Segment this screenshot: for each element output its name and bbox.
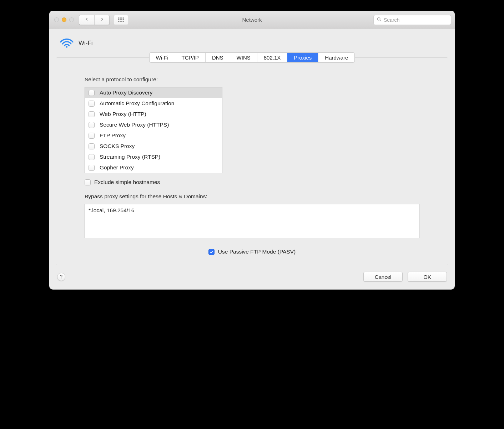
toolbar: Network (49, 11, 455, 29)
checkbox-icon (208, 249, 215, 255)
zoom-window-button[interactable] (69, 17, 74, 22)
tab-wifi[interactable]: Wi-Fi (150, 53, 175, 62)
minimize-window-button[interactable] (62, 17, 66, 22)
checkbox-icon (89, 143, 95, 149)
wifi-icon (59, 36, 79, 50)
search-input[interactable] (384, 17, 448, 23)
proxies-panel: Select a protocol to configure: Auto Pro… (56, 57, 448, 265)
tab-proxies[interactable]: Proxies (287, 53, 318, 62)
tab-8021x[interactable]: 802.1X (257, 53, 287, 62)
protocol-label: Secure Web Proxy (HTTPS) (100, 122, 169, 128)
exclude-simple-hostnames-label: Exclude simple hostnames (94, 179, 160, 185)
protocol-row[interactable]: Gopher Proxy (85, 162, 222, 173)
protocol-label: Web Proxy (HTTP) (100, 111, 146, 117)
show-all-button[interactable] (113, 15, 129, 25)
forward-button[interactable] (94, 15, 109, 25)
ok-button[interactable]: OK (408, 272, 447, 282)
traffic-lights (54, 17, 74, 22)
protocol-label: Streaming Proxy (RTSP) (100, 154, 160, 160)
checkbox-icon (89, 122, 95, 128)
checkbox-icon (89, 101, 95, 107)
bypass-label: Bypass proxy settings for these Hosts & … (85, 193, 419, 200)
protocol-row[interactable]: Streaming Proxy (RTSP) (85, 152, 222, 162)
tab-hardware[interactable]: Hardware (318, 53, 354, 62)
search-field[interactable] (373, 15, 451, 25)
checkbox-icon (89, 165, 95, 171)
back-button[interactable] (79, 15, 94, 25)
close-window-button[interactable] (54, 17, 59, 22)
protocol-row[interactable]: Web Proxy (HTTP) (85, 109, 222, 119)
checkbox-icon (89, 133, 95, 139)
protocol-label: Automatic Proxy Configuration (100, 100, 174, 107)
protocol-label: Gopher Proxy (100, 164, 134, 171)
protocol-label: Auto Proxy Discovery (100, 90, 152, 96)
protocol-label: FTP Proxy (100, 132, 126, 139)
bypass-hosts-textarea[interactable] (85, 204, 419, 238)
nav-back-forward (79, 15, 110, 25)
protocol-row[interactable]: Auto Proxy Discovery (85, 87, 222, 98)
interface-header: Wi-Fi (49, 29, 455, 52)
protocol-row[interactable]: SOCKS Proxy (85, 141, 222, 152)
tab-wins[interactable]: WINS (230, 53, 257, 62)
exclude-simple-hostnames-checkbox[interactable]: Exclude simple hostnames (85, 179, 419, 185)
chevron-right-icon (100, 17, 105, 23)
protocol-list[interactable]: Auto Proxy DiscoveryAutomatic Proxy Conf… (85, 87, 222, 173)
tab-dns[interactable]: DNS (205, 53, 230, 62)
checkbox-icon (89, 111, 95, 117)
interface-name: Wi-Fi (79, 40, 93, 47)
svg-point-2 (66, 46, 67, 47)
tab-bar: Wi-FiTCP/IPDNSWINS802.1XProxiesHardware (149, 52, 355, 62)
protocol-row[interactable]: Automatic Proxy Configuration (85, 98, 222, 109)
checkbox-icon (85, 179, 91, 185)
chevron-left-icon (84, 17, 89, 23)
protocol-row[interactable]: FTP Proxy (85, 130, 222, 141)
grid-icon (118, 17, 124, 22)
preferences-window: Network Wi-Fi Wi-FiTCP/IPDNSWINS802.1XPr… (49, 11, 455, 290)
protocol-row[interactable]: Secure Web Proxy (HTTPS) (85, 119, 222, 130)
svg-line-1 (380, 20, 381, 21)
search-icon (377, 17, 384, 23)
svg-point-0 (377, 17, 380, 20)
cancel-button[interactable]: Cancel (363, 272, 403, 282)
checkbox-icon (89, 154, 95, 160)
checkbox-icon (89, 90, 95, 96)
select-protocol-label: Select a protocol to configure: (85, 76, 419, 83)
protocol-label: SOCKS Proxy (100, 143, 135, 149)
tab-tcpip[interactable]: TCP/IP (175, 53, 205, 62)
help-button[interactable]: ? (57, 273, 65, 281)
use-passive-ftp-checkbox[interactable]: Use Passive FTP Mode (PASV) (208, 249, 296, 255)
bottom-bar: ? Cancel OK (49, 272, 455, 290)
use-passive-ftp-label: Use Passive FTP Mode (PASV) (218, 249, 296, 255)
